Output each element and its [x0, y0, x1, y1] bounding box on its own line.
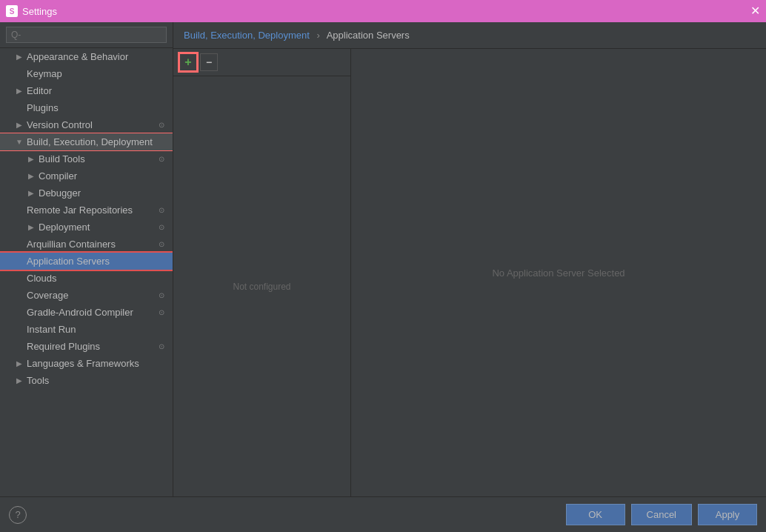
info-icon: ⊙ — [156, 342, 167, 352]
add-server-button[interactable]: + — [179, 53, 197, 71]
help-button[interactable]: ? — [9, 506, 27, 524]
sidebar-item-label: Tools — [27, 375, 167, 386]
arrow-icon: ▶ — [15, 53, 24, 61]
info-icon: ⊙ — [156, 239, 167, 250]
sidebar-item-label: Appearance & Behavior — [27, 51, 167, 62]
sidebar-item-gradle-android[interactable]: Gradle-Android Compiler ⊙ — [0, 304, 173, 321]
close-button[interactable]: ✕ — [750, 5, 760, 17]
app-icon: S — [6, 5, 18, 17]
info-icon: ⊙ — [156, 222, 167, 233]
list-toolbar: + − — [173, 49, 350, 76]
search-input[interactable] — [6, 27, 167, 43]
arrow-icon: ▶ — [27, 172, 36, 181]
sidebar-item-label: Debugger — [39, 187, 167, 199]
ok-button[interactable]: OK — [566, 504, 625, 525]
sidebar-item-label: Editor — [27, 85, 167, 96]
arrow-icon: ▶ — [15, 121, 24, 130]
sidebar-item-remote-jar[interactable]: Remote Jar Repositories ⊙ — [0, 202, 173, 219]
content-body: + − Not configured No Application Server… — [173, 49, 766, 496]
sidebar-item-application-servers[interactable]: Application Servers — [0, 253, 173, 270]
arrow-icon: ▶ — [27, 223, 36, 232]
sidebar-item-clouds[interactable]: Clouds — [0, 270, 173, 287]
list-panel: + − Not configured — [173, 49, 351, 496]
arrow-icon: ▶ — [15, 87, 24, 96]
sidebar-item-required-plugins[interactable]: Required Plugins ⊙ — [0, 338, 173, 355]
sidebar-item-build-execution[interactable]: ▼ Build, Execution, Deployment — [0, 133, 173, 150]
sidebar-item-label: Clouds — [27, 273, 167, 284]
info-icon: ⊙ — [156, 290, 167, 301]
sidebar-item-appearance[interactable]: ▶ Appearance & Behavior — [0, 48, 173, 65]
sidebar: ▶ Appearance & Behavior Keymap ▶ Editor … — [0, 22, 173, 496]
sidebar-item-label: Application Servers — [27, 256, 167, 267]
sidebar-item-tools[interactable]: ▶ Tools — [0, 372, 173, 389]
sidebar-item-arquillian[interactable]: Arquillian Containers ⊙ — [0, 236, 173, 253]
info-icon: ⊙ — [156, 154, 167, 164]
sidebar-item-deployment[interactable]: ▶ Deployment ⊙ — [0, 219, 173, 236]
breadcrumb-separator: › — [316, 30, 319, 41]
sidebar-item-languages[interactable]: ▶ Languages & Frameworks — [0, 355, 173, 372]
arrow-icon: ▶ — [27, 189, 36, 198]
title-bar-left: S Settings — [6, 5, 57, 17]
sidebar-item-plugins[interactable]: Plugins — [0, 99, 173, 116]
no-selection-text: No Application Server Selected — [492, 267, 625, 279]
sidebar-item-label: Coverage — [27, 290, 156, 301]
detail-panel: No Application Server Selected — [351, 49, 766, 496]
main-container: ▶ Appearance & Behavior Keymap ▶ Editor … — [0, 22, 766, 496]
sidebar-item-editor[interactable]: ▶ Editor — [0, 82, 173, 99]
window-title: Settings — [22, 6, 57, 17]
arrow-icon: ▶ — [15, 359, 24, 368]
sidebar-item-label: Remote Jar Repositories — [27, 205, 156, 216]
breadcrumb-parent[interactable]: Build, Execution, Deployment — [184, 30, 310, 41]
sidebar-item-label: Compiler — [39, 170, 167, 182]
sidebar-item-keymap[interactable]: Keymap — [0, 65, 173, 82]
arrow-icon: ▶ — [27, 155, 36, 164]
sidebar-item-build-tools[interactable]: ▶ Build Tools ⊙ — [0, 150, 173, 167]
list-empty-text: Not configured — [173, 76, 350, 496]
sidebar-item-label: Languages & Frameworks — [27, 358, 167, 369]
title-bar: S Settings ✕ — [0, 0, 766, 22]
sidebar-item-version-control[interactable]: ▶ Version Control ⊙ — [0, 116, 173, 133]
sidebar-item-label: Build, Execution, Deployment — [27, 136, 167, 147]
bottom-bar: ? OK Cancel Apply — [0, 496, 766, 532]
apply-button[interactable]: Apply — [698, 504, 757, 525]
sidebar-item-label: Gradle-Android Compiler — [27, 307, 156, 318]
sidebar-item-compiler[interactable]: ▶ Compiler — [0, 167, 173, 184]
info-icon: ⊙ — [156, 307, 167, 318]
info-icon: ⊙ — [156, 120, 167, 130]
sidebar-item-label: Deployment — [39, 222, 156, 233]
arrow-icon: ▼ — [15, 138, 24, 147]
sidebar-item-label: Required Plugins — [27, 341, 156, 352]
arrow-icon: ▶ — [15, 376, 24, 385]
cancel-button[interactable]: Cancel — [631, 504, 692, 525]
remove-server-button[interactable]: − — [200, 53, 218, 71]
sidebar-item-coverage[interactable]: Coverage ⊙ — [0, 287, 173, 304]
action-buttons: OK Cancel Apply — [566, 504, 757, 525]
content-area: Build, Execution, Deployment › Applicati… — [173, 22, 766, 496]
info-icon: ⊙ — [156, 205, 167, 216]
sidebar-item-debugger[interactable]: ▶ Debugger — [0, 184, 173, 202]
breadcrumb-current: Application Servers — [327, 30, 410, 41]
sidebar-item-label: Plugins — [27, 102, 167, 113]
sidebar-item-label: Instant Run — [27, 324, 167, 335]
sidebar-item-label: Build Tools — [39, 153, 156, 164]
search-box — [0, 22, 173, 48]
breadcrumb: Build, Execution, Deployment › Applicati… — [173, 22, 766, 49]
sidebar-item-label: Version Control — [27, 119, 156, 130]
sidebar-item-label: Keymap — [27, 68, 167, 79]
sidebar-item-label: Arquillian Containers — [27, 239, 156, 250]
sidebar-item-instant-run[interactable]: Instant Run — [0, 321, 173, 338]
